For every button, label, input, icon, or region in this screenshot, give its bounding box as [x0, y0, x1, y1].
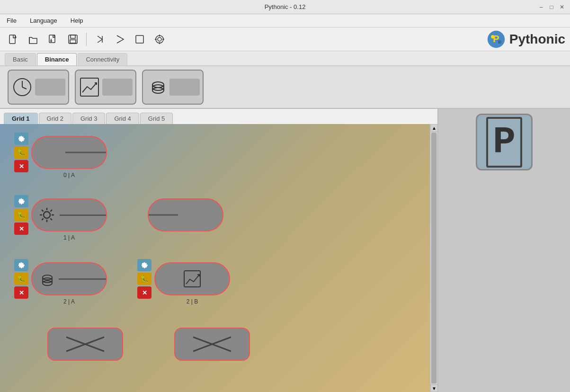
window-title: Pythonic - 0.12: [265, 3, 306, 10]
side-panel: P: [437, 109, 570, 392]
grid-area: Grid 1 Grid 2 Grid 3 Grid 4 Grid 5: [0, 109, 437, 392]
palette-coins-block[interactable]: [142, 70, 204, 105]
node-1a-block[interactable]: 1 | A: [31, 198, 107, 232]
canvas[interactable]: 🐛 ✕ 0 | A: [0, 124, 430, 392]
menu-file[interactable]: File: [4, 16, 19, 25]
palette-chart-block[interactable]: [75, 70, 136, 105]
node-0a-label: 0 | A: [63, 172, 75, 178]
target-button[interactable]: [151, 31, 168, 48]
download-button[interactable]: [45, 31, 62, 48]
main-tabs: Basic Binance Connectivity: [0, 51, 570, 66]
palette: [0, 66, 570, 109]
node-2b-label: 2 | B: [187, 298, 198, 305]
node-1a-controls: 🐛 ✕: [14, 195, 28, 235]
grid-tab-4[interactable]: Grid 4: [106, 113, 139, 124]
node-2a-block[interactable]: 2 | A: [31, 262, 107, 295]
minimize-button[interactable]: –: [538, 4, 544, 10]
node-1b-block[interactable]: [148, 198, 223, 232]
maximize-button[interactable]: □: [548, 4, 555, 10]
logo-text: Pythonic: [509, 32, 565, 47]
tab-binance[interactable]: Binance: [37, 53, 77, 65]
scroll-up-arrow[interactable]: ▲: [430, 124, 437, 132]
svg-rect-10: [136, 36, 143, 43]
grid-tab-5[interactable]: Grid 5: [140, 113, 173, 124]
grid-tab-2[interactable]: Grid 2: [39, 113, 71, 124]
node-2b-controls: 🐛 ✕: [137, 259, 151, 299]
svg-rect-7: [71, 35, 75, 38]
new-button[interactable]: [5, 31, 22, 48]
node-0a-controls: 🐛 ✕: [14, 133, 28, 172]
main-content: Grid 1 Grid 2 Grid 3 Grid 4 Grid 5: [0, 109, 570, 392]
scroll-down-arrow[interactable]: ▼: [430, 384, 437, 392]
node-2a-delete-btn[interactable]: ✕: [14, 286, 28, 299]
svg-point-20: [498, 40, 501, 43]
svg-rect-0: [9, 35, 15, 44]
svg-rect-8: [70, 40, 76, 43]
node-3a-block[interactable]: [47, 328, 123, 361]
pythonic-logo-icon: P: [487, 30, 506, 49]
node-2a-gear-btn[interactable]: [14, 259, 28, 271]
node-0a-block[interactable]: 0 | A: [31, 136, 107, 169]
node-0a-delete-btn[interactable]: ✕: [14, 160, 28, 172]
p-block[interactable]: P: [476, 114, 533, 170]
toolbar-separator-1: [86, 33, 87, 46]
window-controls[interactable]: – □ ✕: [538, 4, 565, 10]
tab-connectivity[interactable]: Connectivity: [78, 53, 127, 65]
palette-clock-block[interactable]: [8, 70, 69, 105]
node-0a-bug-btn[interactable]: 🐛: [14, 146, 28, 159]
svg-point-19: [491, 35, 494, 38]
node-2b-gear-btn[interactable]: [137, 259, 151, 271]
menu-language[interactable]: Language: [27, 16, 60, 25]
node-2b-bug-btn[interactable]: 🐛: [137, 273, 151, 285]
step-run-button[interactable]: [91, 31, 108, 48]
save-button[interactable]: [64, 31, 81, 48]
toolbar: P Pythonic: [0, 27, 570, 51]
stop-button[interactable]: [131, 31, 148, 48]
node-1a-delete-btn[interactable]: ✕: [14, 223, 28, 235]
svg-point-12: [158, 37, 161, 41]
node-2a-controls: 🐛 ✕: [14, 259, 28, 299]
grid-tabs: Grid 1 Grid 2 Grid 3 Grid 4 Grid 5: [0, 109, 437, 124]
logo-area: P Pythonic: [487, 30, 565, 49]
svg-point-32: [44, 212, 50, 218]
menu-help[interactable]: Help: [68, 16, 86, 25]
svg-point-11: [156, 36, 163, 43]
node-3b-block[interactable]: [174, 328, 250, 361]
title-bar: Pythonic - 0.12 – □ ✕: [0, 0, 570, 14]
canvas-wrapper: 🐛 ✕ 0 | A: [0, 124, 430, 392]
node-2b-block[interactable]: 2 | B: [154, 262, 230, 295]
p-block-label: P: [486, 117, 522, 168]
node-2b-delete-btn[interactable]: ✕: [137, 286, 151, 299]
open-button[interactable]: [25, 31, 42, 48]
node-1a-bug-btn[interactable]: 🐛: [14, 209, 28, 221]
svg-rect-24: [80, 78, 98, 96]
grid-tab-1[interactable]: Grid 1: [4, 113, 38, 124]
node-1a-label: 1 | A: [63, 234, 75, 241]
grid-tab-3[interactable]: Grid 3: [72, 113, 105, 124]
scrollbar-right[interactable]: ▲ ▼: [430, 124, 437, 392]
svg-line-23: [22, 87, 27, 89]
menu-bar: File Language Help: [0, 14, 570, 27]
close-button[interactable]: ✕: [559, 4, 565, 10]
svg-rect-40: [184, 271, 200, 287]
run-button[interactable]: [111, 31, 128, 48]
node-2a-label: 2 | A: [63, 298, 75, 305]
node-1a-gear-btn[interactable]: [14, 195, 28, 207]
scroll-thumb[interactable]: [431, 133, 436, 383]
node-0a-gear-btn[interactable]: [14, 133, 28, 145]
node-2a-bug-btn[interactable]: 🐛: [14, 273, 28, 285]
tab-basic[interactable]: Basic: [5, 53, 36, 65]
